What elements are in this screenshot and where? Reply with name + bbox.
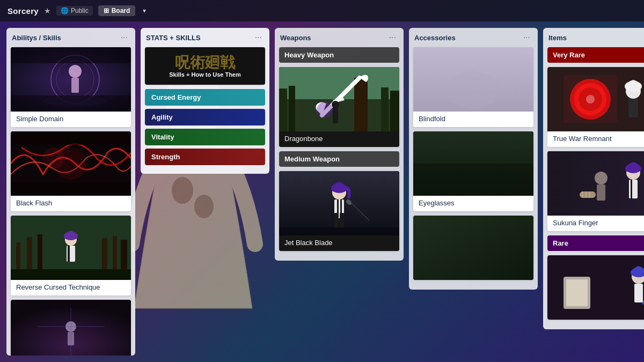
globe-icon: 🌐 [61, 7, 69, 14]
card-jet-black-blade[interactable]: Jet Black Blade [279, 171, 399, 251]
column-title-abilities: Abilitys / Skills [12, 34, 61, 42]
stat-label-vitality: Vitality [151, 133, 174, 141]
svg-rect-50 [333, 107, 338, 123]
svg-point-6 [69, 65, 82, 78]
heavy-weapon-label: Heavy Weapon [284, 51, 334, 59]
column-header-stats: STATS + SKILLS ··· [145, 33, 265, 42]
svg-rect-92 [547, 255, 644, 320]
card-black-flash[interactable]: Black Flash [11, 131, 131, 211]
column-title-items: Items [548, 34, 567, 42]
svg-rect-48 [354, 78, 368, 131]
column-menu-accessories[interactable]: ··· [521, 33, 532, 42]
board-button[interactable]: ⊞ Board [98, 5, 136, 16]
svg-point-86 [595, 172, 608, 184]
svg-rect-97 [566, 279, 588, 306]
svg-rect-84 [629, 180, 638, 198]
public-label: Public [71, 7, 89, 14]
svg-rect-68 [413, 164, 533, 196]
board-icon: ⊞ [104, 7, 109, 14]
card-label-true-war: True War Remnant [547, 131, 644, 147]
column-stats: STATS + SKILLS ··· 呪術廻戦 Skills + How to … [141, 28, 269, 174]
column-header-accessories: Accessories ··· [413, 33, 533, 42]
card-label-jet-black: Jet Black Blade [279, 235, 399, 251]
rarity-rare: Rare [547, 235, 644, 251]
svg-point-51 [332, 101, 339, 108]
column-header-items: Items ··· [547, 33, 644, 42]
card-heavenly-restriction[interactable]: Heavenly Restriction [11, 300, 131, 356]
svg-rect-11 [11, 47, 131, 63]
card-true-war-remnant[interactable]: True War Remnant [547, 67, 644, 147]
stat-label-agility: Agility [151, 113, 173, 121]
chevron-down-icon[interactable]: ▾ [143, 7, 146, 14]
svg-rect-12 [11, 95, 131, 112]
svg-rect-95 [634, 284, 643, 302]
card-sukuna-finger[interactable]: Sukuna Finger [547, 151, 644, 231]
board-container: Abilitys / Skills ··· [0, 21, 644, 362]
svg-point-79 [586, 95, 595, 104]
card-label-dragonbone: Dragonbone [279, 131, 399, 147]
card-label-black-flash: Black Flash [11, 196, 131, 211]
board-title: Sorcery [8, 6, 39, 16]
svg-rect-60 [340, 213, 344, 229]
column-title-weapons: Weapons [280, 34, 311, 42]
svg-rect-17 [11, 182, 131, 196]
card-label-reverse-cursed: Reverse Cursed Technique [11, 280, 131, 295]
rarity-label-rare: Rare [553, 239, 568, 247]
svg-point-15 [43, 147, 64, 169]
column-menu-weapons[interactable]: ··· [387, 33, 398, 42]
board-label: Board [112, 7, 130, 14]
public-badge[interactable]: 🌐 Public [56, 6, 93, 16]
card-eyeglasses[interactable]: Eyeglasses [413, 131, 533, 211]
svg-rect-46 [381, 87, 389, 131]
card-rare-item[interactable] [547, 255, 644, 320]
stat-label-strength: Strength [151, 153, 180, 161]
stat-strength[interactable]: Strength [145, 149, 265, 165]
svg-rect-59 [334, 213, 339, 229]
stat-cursed-energy[interactable]: Cursed Energy [145, 89, 265, 106]
svg-rect-29 [68, 246, 70, 262]
column-menu-stats[interactable]: ··· [253, 33, 264, 42]
svg-rect-30 [11, 269, 131, 280]
column-header-abilities: Abilitys / Skills ··· [11, 33, 131, 42]
topbar: Sorcery ★ 🌐 Public ⊞ Board ▾ [0, 0, 644, 21]
card-skills-banner[interactable]: 呪術廻戦 Skills + How to Use Them [145, 47, 265, 85]
section-heavy-weapon: Heavy Weapon [279, 47, 399, 63]
card-reverse-cursed[interactable]: Reverse Cursed Technique [11, 216, 131, 295]
svg-rect-70 [413, 216, 533, 280]
column-weapons: Weapons ··· Heavy Weapon [275, 28, 404, 261]
card-blindfold[interactable]: Blindfold [413, 47, 533, 127]
card-label-eyeglasses: Eyeglasses [413, 196, 533, 211]
svg-rect-74 [628, 99, 638, 117]
stat-vitality[interactable]: Vitality [145, 129, 265, 145]
svg-point-65 [447, 71, 500, 109]
svg-rect-44 [279, 88, 287, 131]
medium-weapon-label: Medium Weapon [284, 155, 340, 163]
column-items: Items ··· Very Rare [543, 28, 644, 329]
svg-rect-47 [390, 91, 399, 131]
svg-rect-87 [597, 184, 605, 201]
svg-rect-45 [289, 86, 295, 131]
column-menu-abilities[interactable]: ··· [119, 33, 130, 42]
card-simple-domain[interactable]: Simple Domain [11, 47, 131, 127]
stat-agility[interactable]: Agility [145, 109, 265, 125]
svg-rect-62 [279, 227, 399, 235]
card-label-simple-domain: Simple Domain [11, 112, 131, 127]
svg-point-49 [317, 102, 333, 118]
column-title-stats: STATS + SKILLS [146, 34, 201, 42]
svg-rect-16 [11, 131, 131, 145]
card-label-blindfold: Blindfold [413, 112, 533, 127]
rarity-label-very-rare: Very Rare [553, 51, 585, 59]
svg-rect-85 [631, 180, 632, 198]
svg-rect-7 [71, 78, 79, 93]
rarity-very-rare: Very Rare [547, 47, 644, 63]
star-icon[interactable]: ★ [44, 6, 51, 15]
svg-text:Skills + How to Use Them: Skills + How to Use Them [169, 71, 241, 78]
column-abilities: Abilitys / Skills ··· [6, 28, 135, 356]
card-accessory-empty[interactable] [413, 216, 533, 280]
section-medium-weapon: Medium Weapon [279, 151, 399, 167]
svg-rect-39 [145, 47, 265, 85]
stat-label-cursed-energy: Cursed Energy [151, 93, 201, 101]
column-header-weapons: Weapons ··· [279, 33, 399, 42]
card-dragonbone[interactable]: Dragonbone [279, 67, 399, 147]
column-accessories: Accessories ··· Blindfold [409, 28, 538, 290]
